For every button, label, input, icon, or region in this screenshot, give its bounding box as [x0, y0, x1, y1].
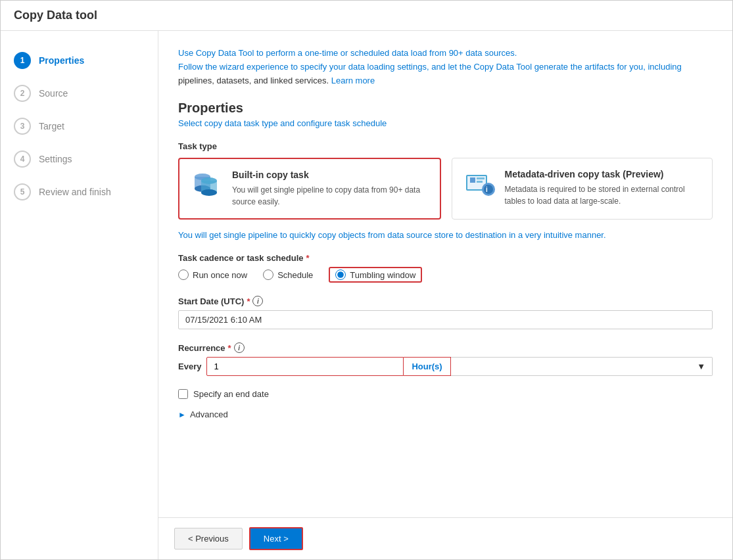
task-type-label: Task type	[178, 141, 713, 151]
builtin-card-title: Built-in copy task	[232, 170, 429, 180]
sidebar-label-target: Target	[39, 121, 64, 131]
every-label: Every	[178, 362, 201, 371]
section-subtitle: Select copy data task type and configure…	[178, 118, 713, 128]
sidebar-item-target[interactable]: 3 Target	[1, 110, 158, 143]
sidebar-label-source: Source	[39, 88, 68, 99]
sidebar-item-source[interactable]: 2 Source	[1, 77, 158, 110]
previous-button[interactable]: < Previous	[174, 528, 243, 549]
intro-text-block: Use Copy Data Tool to perform a one-time…	[178, 47, 713, 87]
step-circle-2: 2	[14, 85, 31, 102]
task-card-builtin[interactable]: Built-in copy task You will get single p…	[178, 158, 441, 220]
radio-schedule[interactable]: Schedule	[263, 269, 313, 280]
start-date-label: Start Date (UTC) * i	[178, 296, 713, 306]
radio-run-once[interactable]: Run once now	[178, 269, 247, 280]
intro-line2-suffix: pipelines, datasets, and linked services…	[178, 76, 329, 85]
recurrence-row: Every Hour(s) ▼	[178, 357, 713, 376]
recurrence-dropdown[interactable]: ▼	[451, 357, 713, 376]
app-container: Copy Data tool 1 Properties 2 Source 3 T…	[0, 0, 733, 560]
intro-line1: Use Copy Data Tool to perform a one-time…	[178, 48, 517, 58]
radio-group: Run once now Schedule Tumbling window	[178, 267, 713, 283]
recurrence-required: *	[228, 343, 231, 353]
svg-rect-9	[477, 177, 485, 179]
right-panel: Use Copy Data Tool to perform a one-time…	[158, 31, 732, 559]
recurrence-info-icon[interactable]: i	[234, 342, 245, 353]
builtin-card-desc: You will get single pipeline to copy dat…	[232, 184, 429, 208]
advanced-label: Advanced	[190, 409, 228, 419]
radio-schedule-label: Schedule	[277, 270, 313, 280]
sidebar-item-review[interactable]: 5 Review and finish	[1, 175, 158, 208]
info-text: You will get single pipeline to quickly …	[178, 230, 713, 240]
recurrence-value-input[interactable]	[206, 357, 404, 376]
cadence-label: Task cadence or task schedule *	[178, 253, 713, 263]
svg-point-5	[201, 189, 217, 196]
builtin-icon	[190, 170, 223, 202]
svg-rect-8	[470, 177, 475, 183]
next-button[interactable]: Next >	[249, 527, 303, 550]
app-title: Copy Data tool	[14, 9, 97, 22]
start-date-info-icon[interactable]: i	[252, 296, 263, 306]
section-title: Properties	[178, 101, 713, 116]
recurrence-unit: Hour(s)	[404, 357, 450, 376]
radio-tumbling-input[interactable]	[335, 269, 346, 280]
svg-rect-10	[477, 181, 483, 183]
step-circle-5: 5	[14, 183, 31, 200]
step-circle-4: 4	[14, 151, 31, 168]
start-date-input[interactable]	[178, 310, 713, 329]
sidebar: 1 Properties 2 Source 3 Target 4 Setting…	[1, 31, 158, 559]
radio-schedule-input[interactable]	[263, 269, 273, 280]
task-card-metadata[interactable]: i Metadata-driven copy task (Preview) Me…	[452, 158, 713, 220]
radio-run-once-label: Run once now	[193, 270, 247, 280]
start-date-group: Start Date (UTC) * i	[178, 296, 713, 329]
title-bar: Copy Data tool	[1, 1, 732, 31]
chevron-down-icon: ▼	[697, 362, 705, 371]
advanced-row[interactable]: ► Advanced	[178, 409, 713, 419]
learn-more-link[interactable]: Learn more	[331, 76, 375, 85]
recurrence-label: Recurrence * i	[178, 342, 713, 353]
start-date-required: *	[247, 296, 250, 306]
builtin-card-text: Built-in copy task You will get single p…	[232, 170, 429, 208]
sidebar-item-settings[interactable]: 4 Settings	[1, 143, 158, 175]
end-date-checkbox[interactable]	[178, 389, 188, 399]
radio-tumbling-label: Tumbling window	[350, 270, 415, 280]
step-circle-1: 1	[14, 52, 31, 69]
recurrence-group: Recurrence * i Every Hour(s) ▼	[178, 342, 713, 376]
cadence-required: *	[306, 253, 310, 263]
content-area: Use Copy Data Tool to perform a one-time…	[158, 31, 732, 517]
metadata-card-desc: Metadata is required to be stored in ext…	[505, 183, 702, 207]
sidebar-label-properties: Properties	[39, 55, 84, 66]
sidebar-label-settings: Settings	[39, 154, 72, 164]
task-type-row: Built-in copy task You will get single p…	[178, 158, 713, 220]
metadata-card-text: Metadata-driven copy task (Preview) Meta…	[505, 169, 702, 207]
step-circle-3: 3	[14, 118, 31, 135]
footer: < Previous Next >	[158, 517, 732, 559]
end-date-label: Specify an end date	[193, 389, 269, 399]
sidebar-label-review: Review and finish	[39, 187, 111, 197]
intro-line2-prefix: Follow the wizard experience to specify …	[178, 62, 682, 72]
metadata-card-title: Metadata-driven copy task (Preview)	[505, 169, 702, 179]
cadence-group: Task cadence or task schedule * Run once…	[178, 253, 713, 283]
chevron-right-icon: ►	[178, 410, 186, 419]
main-content: 1 Properties 2 Source 3 Target 4 Setting…	[1, 31, 732, 559]
radio-run-once-input[interactable]	[178, 269, 189, 280]
metadata-icon: i	[463, 169, 496, 202]
radio-tumbling-window[interactable]: Tumbling window	[329, 267, 422, 283]
svg-text:i: i	[486, 186, 488, 193]
sidebar-item-properties[interactable]: 1 Properties	[1, 44, 158, 77]
end-date-checkbox-row[interactable]: Specify an end date	[178, 389, 713, 399]
